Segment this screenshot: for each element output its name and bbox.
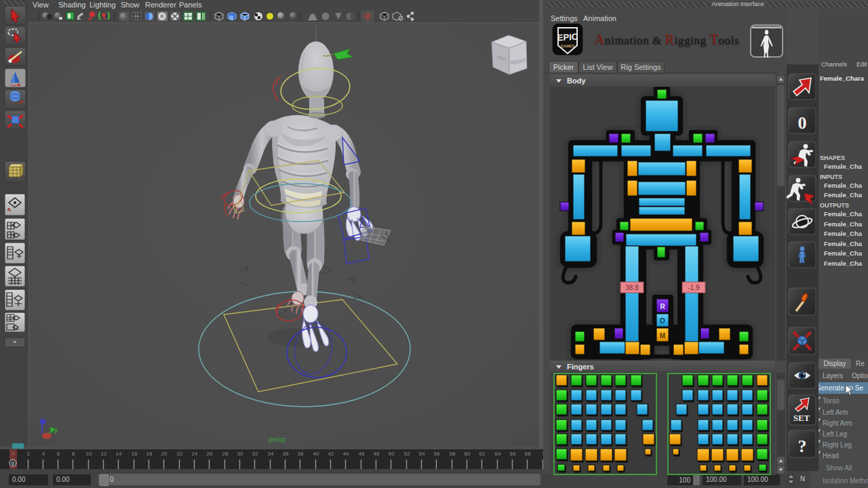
svg-text:54: 54 [419, 451, 425, 457]
svg-text:10: 10 [86, 451, 92, 457]
svg-text:32: 32 [252, 451, 258, 457]
svg-text:48: 48 [374, 451, 380, 457]
svg-text:38.8: 38.8 [625, 284, 639, 291]
svg-text:4: 4 [42, 451, 45, 457]
svg-text:0: 0 [12, 461, 14, 466]
svg-text:?: ? [798, 436, 807, 456]
svg-text:2: 2 [27, 451, 31, 457]
svg-text:R: R [660, 303, 665, 310]
svg-text:6: 6 [57, 451, 60, 457]
svg-text:M: M [660, 332, 665, 340]
svg-text:66: 66 [510, 451, 516, 457]
svg-text:-1.9: -1.9 [688, 284, 700, 291]
svg-text:18: 18 [146, 451, 153, 457]
svg-text:56: 56 [434, 451, 440, 457]
svg-text:8: 8 [72, 451, 75, 457]
svg-text:44: 44 [343, 451, 349, 457]
svg-text:20: 20 [161, 451, 167, 457]
svg-text:0: 0 [12, 451, 15, 457]
svg-text:0: 0 [798, 113, 807, 133]
svg-text:38: 38 [298, 451, 304, 457]
svg-text:52: 52 [404, 451, 410, 457]
svg-text:SET: SET [793, 413, 810, 423]
svg-text:y: y [54, 427, 58, 434]
svg-text:50: 50 [389, 451, 395, 457]
svg-text:60: 60 [465, 451, 471, 457]
svg-text:42: 42 [328, 451, 334, 457]
svg-text:24: 24 [192, 451, 198, 457]
svg-text:22: 22 [177, 451, 183, 457]
svg-text:58: 58 [450, 451, 456, 457]
svg-text:GAMES: GAMES [561, 44, 575, 48]
svg-text:EPIC: EPIC [557, 31, 578, 43]
svg-text:14: 14 [116, 451, 122, 457]
svg-text:26: 26 [207, 451, 213, 457]
svg-text:62: 62 [479, 451, 486, 457]
svg-text:40: 40 [313, 451, 319, 457]
svg-text:O: O [660, 317, 665, 325]
svg-text:64: 64 [495, 451, 501, 457]
svg-text:46: 46 [359, 451, 365, 457]
svg-text:persp: persp [269, 436, 285, 443]
svg-text:16: 16 [132, 451, 138, 457]
svg-text:30: 30 [237, 451, 243, 457]
svg-text:34: 34 [268, 451, 274, 457]
svg-text:28: 28 [222, 451, 229, 457]
svg-text:68: 68 [525, 451, 531, 457]
svg-text:36: 36 [283, 451, 289, 457]
svg-text:12: 12 [101, 451, 107, 457]
